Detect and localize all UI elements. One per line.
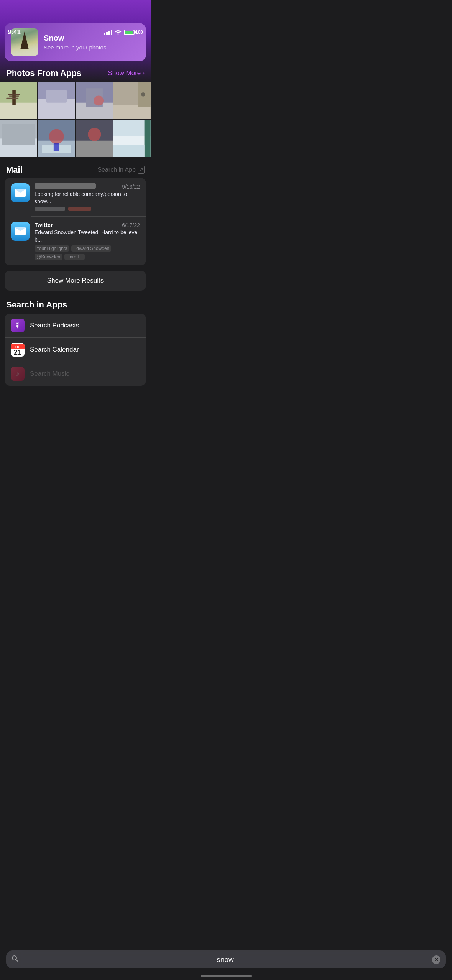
svg-rect-2: [12, 90, 16, 105]
search-in-app-label: Search in App: [97, 166, 136, 173]
svg-rect-8: [46, 90, 67, 103]
mail-highlight-blur-1: [35, 207, 65, 211]
podcast-mic-icon: 🎙: [14, 321, 21, 330]
mail-date-1: 9/13/22: [122, 184, 140, 190]
mail-cards: 9/13/22 Looking for reliable company/per…: [5, 178, 146, 265]
mail-highlight-tag-2: Edward Snowden: [71, 245, 111, 252]
mail-section-header: Mail Search in App ↗: [0, 158, 151, 178]
hero-subtitle: See more in your photos: [44, 44, 106, 51]
photo-2[interactable]: [38, 82, 75, 119]
mail-search-in-app-button[interactable]: Search in App ↗: [97, 166, 145, 173]
mail-highlight-tag-4: Hard t...: [64, 254, 85, 260]
mail-preview-1: Looking for reliable company/person to s…: [35, 191, 140, 206]
mail-highlight-tag-1: Your Highlights: [35, 245, 69, 252]
search-calendar-item[interactable]: FRI 21 Search Calendar: [5, 337, 146, 362]
external-link-icon: ↗: [138, 166, 145, 173]
photo-6[interactable]: [38, 120, 75, 157]
battery-icon: 100: [124, 30, 143, 35]
mail-sender-2: Twitter: [35, 222, 119, 228]
music-app-icon: ♪: [11, 367, 25, 381]
svg-rect-3: [8, 94, 20, 95]
music-label: Search Music: [30, 370, 69, 378]
calendar-label: Search Calendar: [30, 346, 79, 354]
mail-item-1[interactable]: 9/13/22 Looking for reliable company/per…: [5, 178, 146, 216]
svg-point-16: [141, 92, 145, 97]
bottom-spacer: [0, 386, 151, 424]
svg-rect-26: [76, 141, 113, 157]
signal-bars-icon: [104, 30, 112, 35]
photo-grid-row1: [0, 82, 151, 119]
show-more-photos-button[interactable]: Show More ›: [108, 69, 145, 77]
photo-5[interactable]: [0, 120, 37, 157]
mail-app-icon-2: [11, 222, 30, 241]
search-apps-list: 🎙 Search Podcasts FRI 21 Search Calendar…: [5, 314, 146, 386]
search-podcasts-item[interactable]: 🎙 Search Podcasts: [5, 314, 146, 337]
search-in-apps-title: Search in Apps: [0, 296, 151, 314]
mail-sender-blurred-1: [35, 183, 96, 189]
svg-rect-30: [145, 120, 151, 157]
envelope-icon-2: [15, 227, 26, 235]
search-music-item[interactable]: ♪ Search Music: [5, 362, 146, 386]
podcasts-label: Search Podcasts: [30, 322, 79, 329]
mail-item-2[interactable]: Twitter 6/17/22 Edward Snowden Tweeted: …: [5, 216, 146, 265]
mail-section-title: Mail: [6, 165, 23, 175]
mail-highlight-blur-2: [68, 207, 91, 211]
photo-3[interactable]: [76, 82, 113, 119]
svg-rect-5: [6, 98, 18, 99]
search-in-apps-section: Search in Apps 🎙 Search Podcasts FRI 21 …: [0, 296, 151, 386]
music-note-icon: ♪: [16, 370, 20, 378]
mail-date-2: 6/17/22: [122, 222, 140, 228]
podcasts-app-icon: 🎙: [11, 319, 25, 332]
calendar-app-icon: FRI 21: [11, 343, 25, 357]
status-icons: 100: [104, 29, 143, 36]
mail-preview-2: Edward Snowden Tweeted: Hard to believe,…: [35, 229, 140, 244]
svg-point-27: [88, 128, 101, 141]
photos-section-header: Photos From Apps Show More ›: [0, 61, 151, 82]
status-time: 9:41: [8, 28, 21, 36]
svg-rect-24: [54, 143, 59, 151]
photo-grid-row2: [0, 120, 151, 157]
envelope-icon: [15, 189, 26, 197]
mail-content-2: Twitter 6/17/22 Edward Snowden Tweeted: …: [35, 222, 140, 260]
photo-7[interactable]: [76, 120, 113, 157]
svg-rect-4: [9, 95, 19, 96]
mail-section: Mail Search in App ↗ 9/13/22 Looking for…: [0, 158, 151, 265]
photo-8[interactable]: [113, 120, 151, 157]
show-more-results-button[interactable]: Show More Results: [5, 271, 146, 291]
chevron-right-icon: ›: [142, 69, 145, 77]
photo-4[interactable]: [113, 82, 151, 119]
svg-point-12: [94, 95, 104, 105]
photos-section-title: Photos From Apps: [6, 68, 81, 78]
wifi-icon: [115, 29, 122, 36]
svg-point-23: [49, 129, 64, 144]
calendar-day: 21: [14, 349, 21, 357]
svg-rect-14: [113, 105, 151, 119]
photo-1[interactable]: [0, 82, 37, 119]
svg-rect-19: [2, 124, 35, 145]
svg-rect-1: [0, 103, 37, 119]
mail-content-1: 9/13/22 Looking for reliable company/per…: [35, 183, 140, 211]
mail-app-icon-1: [11, 183, 30, 202]
battery-level: 100: [135, 30, 143, 35]
svg-rect-31: [113, 145, 145, 157]
show-more-label: Show More: [108, 69, 141, 77]
mail-highlight-tag-3: @Snowden: [35, 254, 62, 260]
status-bar: 9:41 100: [0, 23, 151, 38]
